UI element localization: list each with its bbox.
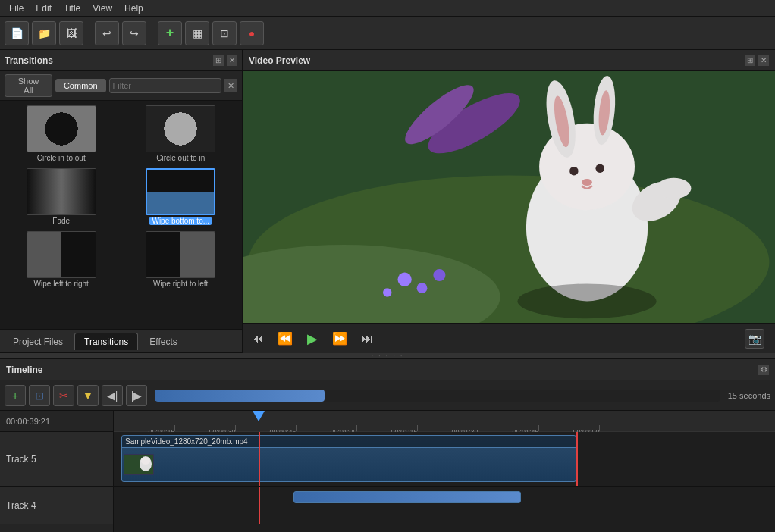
main-area: Transitions ⊞ ✕ Show All Common ✕ Circle…	[0, 50, 775, 353]
transition-thumb-wipe-left	[27, 231, 96, 278]
menu-view[interactable]: View	[86, 2, 118, 15]
timeline-settings-button[interactable]: ⚙	[758, 365, 769, 375]
timeline-title: Timeline	[6, 365, 42, 375]
ruler-mark-8: 00:02:00	[599, 425, 600, 431]
transition-thumb-circle-in	[27, 105, 96, 152]
fullscreen-button[interactable]: ⊡	[212, 21, 237, 45]
video-svg	[243, 71, 775, 323]
redo-button[interactable]: ↪	[122, 21, 146, 45]
transition-label-circle-out: Circle out to in	[156, 154, 205, 162]
playback-goto-end-button[interactable]: ⏭	[356, 328, 378, 349]
playback-controls: ⏮ ⏪ ▶ ⏩ ⏭ 📷	[243, 323, 775, 353]
transitions-filter-input[interactable]	[109, 78, 221, 93]
timeline-content: 00:00:39:21 Track 5 Track 4 00:00:15 00:…	[0, 411, 775, 532]
export-button[interactable]: ▦	[185, 21, 209, 45]
transition-item-circle-in[interactable]: Circle in to out	[5, 105, 118, 162]
ruler-mark-7: 00:01:45	[538, 425, 539, 431]
ruler-mark-4: 00:01:00	[356, 425, 357, 431]
menu-edit[interactable]: Edit	[30, 2, 58, 15]
add-track-button[interactable]: +	[5, 385, 26, 406]
menu-help[interactable]: Help	[118, 2, 149, 15]
timeline-progress-bar[interactable]	[155, 390, 720, 402]
svg-point-16	[397, 273, 411, 286]
playback-play-button[interactable]: ▶	[302, 328, 323, 349]
track4-playhead	[259, 487, 260, 524]
svg-point-19	[383, 288, 391, 296]
playback-goto-start-button[interactable]: ⏮	[247, 328, 268, 349]
transition-thumb-fade	[27, 168, 96, 215]
track-4-row	[114, 487, 775, 524]
transition-item-wipe-bottom[interactable]: Wipe bottom to...	[124, 168, 238, 225]
next-mark-button[interactable]: |▶	[126, 385, 147, 406]
snap-button[interactable]: ⊡	[29, 385, 50, 406]
record-button[interactable]: ●	[240, 21, 264, 45]
timeline-header: Timeline ⚙	[0, 359, 775, 380]
svg-point-17	[417, 283, 428, 293]
panel-close-button[interactable]: ✕	[227, 55, 237, 66]
transition-label-wipe-left: Wipe left to right	[34, 280, 89, 288]
preview-header: Video Preview ⊞ ✕	[243, 50, 775, 71]
new-button[interactable]: 📄	[5, 21, 29, 45]
left-panel: Transitions ⊞ ✕ Show All Common ✕ Circle…	[0, 50, 243, 353]
preview-close-button[interactable]: ✕	[758, 55, 769, 66]
svg-point-20	[517, 283, 656, 318]
open-button[interactable]: 📁	[32, 21, 56, 45]
wipe-left-visual	[27, 232, 96, 277]
playback-rewind-button[interactable]: ⏪	[275, 328, 296, 349]
track-5-label: Track 5	[0, 432, 113, 487]
playback-fast-forward-button[interactable]: ⏩	[329, 328, 350, 349]
clip-thumb-1	[124, 454, 154, 475]
tab-effects[interactable]: Effects	[140, 333, 187, 350]
cut-button[interactable]: ✂	[53, 385, 74, 406]
transition-item-wipe-right[interactable]: Wipe right to left	[124, 231, 238, 288]
clip-filename: SampleVideo_1280x720_20mb.mp4	[122, 436, 576, 448]
tab-show-all[interactable]: Show All	[5, 74, 52, 97]
transition-item-circle-out[interactable]: Circle out to in	[124, 105, 238, 162]
fade-visual	[27, 169, 96, 214]
timeline-progress-fill	[155, 390, 325, 402]
preview-pin-button[interactable]: ⊞	[745, 55, 755, 66]
filter-clear-button[interactable]: ✕	[224, 79, 237, 92]
transitions-tabs-bar: Show All Common ✕	[0, 71, 242, 101]
wipe-right-visual	[146, 232, 215, 277]
tab-transitions[interactable]: Transitions	[74, 333, 138, 350]
menu-file[interactable]: File	[3, 2, 30, 15]
right-panel: Video Preview ⊞ ✕	[243, 50, 775, 353]
panel-pin-button[interactable]: ⊞	[213, 55, 224, 66]
ruler-mark-2: 00:00:30	[235, 425, 236, 431]
tab-common[interactable]: Common	[55, 79, 106, 92]
menubar: File Edit Title View Help	[0, 0, 775, 17]
timeline-area: Timeline ⚙ + ⊡ ✂ ▼ ◀| |▶ 15 seconds 00:0…	[0, 358, 775, 532]
track-4-clip[interactable]	[293, 491, 521, 503]
track-5-clip[interactable]: SampleVideo_1280x720_20mb.mp4	[121, 435, 576, 482]
preview-area	[243, 71, 775, 323]
timeline-toolbar: + ⊡ ✂ ▼ ◀| |▶ 15 seconds	[0, 380, 775, 411]
timeline-ruler: 00:00:15 00:00:30 00:00:45 00:01:00	[114, 411, 775, 432]
down-arrow-button[interactable]: ▼	[77, 385, 99, 406]
timeline-tracks-area[interactable]: 00:00:15 00:00:30 00:00:45 00:01:00	[114, 411, 775, 532]
track-4-label: Track 4	[0, 487, 113, 524]
panel-controls: ⊞ ✕	[213, 55, 237, 66]
transitions-grid-container[interactable]: Circle in to out Circle out to in Fade	[0, 101, 242, 329]
svg-point-15	[657, 178, 692, 199]
bottom-tabs-bar: Project Files Transitions Effects	[0, 329, 242, 353]
svg-point-18	[433, 269, 445, 281]
video-placeholder	[243, 71, 775, 323]
undo-button[interactable]: ↩	[95, 21, 119, 45]
svg-point-23	[141, 457, 150, 465]
ruler-mark-1: 00:00:15	[174, 425, 175, 431]
timeline-duration-label: 15 seconds	[728, 391, 770, 400]
prev-mark-button[interactable]: ◀|	[102, 385, 123, 406]
thumb-svg-1	[124, 455, 154, 475]
save-button[interactable]: 🖼	[59, 21, 83, 45]
transition-item-fade[interactable]: Fade	[5, 168, 118, 225]
tab-project-files[interactable]: Project Files	[3, 333, 73, 350]
snapshot-button[interactable]: 📷	[745, 329, 764, 349]
menu-title[interactable]: Title	[58, 2, 86, 15]
transition-label-wipe-right: Wipe right to left	[153, 280, 208, 288]
add-button[interactable]: +	[158, 21, 182, 45]
ruler-mark-5: 00:01:15	[417, 425, 418, 431]
circle-in-visual	[27, 106, 96, 152]
transition-item-wipe-left[interactable]: Wipe left to right	[5, 231, 118, 288]
svg-point-12	[595, 164, 604, 172]
